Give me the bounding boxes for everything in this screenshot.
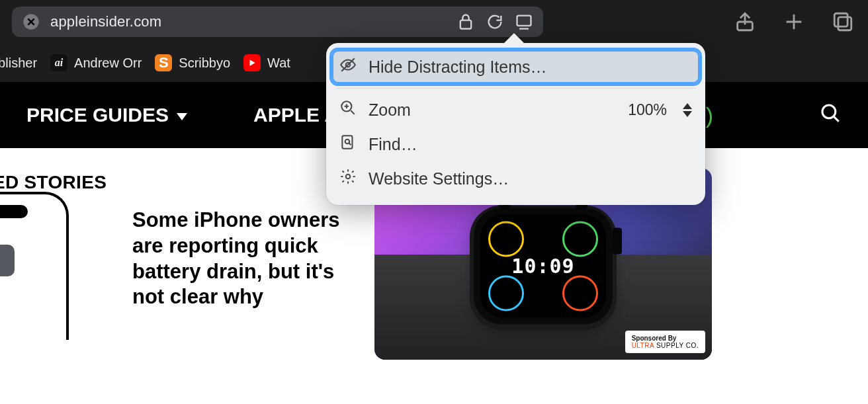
share-icon[interactable] — [732, 9, 758, 35]
watch-time: 10:09 — [511, 255, 574, 278]
gear-icon — [339, 168, 357, 189]
separator — [335, 88, 696, 89]
bookmark-label: Scribbyo — [179, 56, 230, 71]
chevron-down-icon — [177, 113, 187, 120]
lock-icon — [456, 12, 476, 32]
svg-point-6 — [822, 104, 836, 118]
story-thumbnail — [0, 208, 99, 340]
eye-slash-icon — [339, 56, 357, 77]
menu-find[interactable]: Find… — [331, 127, 700, 161]
favicon-andrew-orr: ai — [50, 54, 67, 71]
new-tab-icon[interactable] — [781, 9, 807, 35]
bookmark-item[interactable]: S Scribbyo — [155, 54, 230, 71]
menu-label: Zoom — [369, 101, 616, 120]
bookmark-item[interactable]: Wat — [243, 54, 290, 71]
nav-label: PRICE GUIDES — [26, 104, 169, 126]
browser-toolbar: appleinsider.com — [0, 0, 868, 44]
phone-illustration — [0, 192, 69, 340]
svg-rect-9 — [342, 136, 352, 149]
menu-label: Website Settings… — [369, 169, 692, 188]
watch-illustration: 10:09 — [474, 208, 613, 325]
menu-zoom[interactable]: Zoom 100% — [331, 93, 700, 127]
reload-icon[interactable] — [485, 12, 505, 32]
sponsor-badge: Sponsored By ULTRA SUPPLY CO. — [625, 331, 705, 353]
sponsor-label: Sponsored By — [632, 335, 699, 342]
svg-point-11 — [346, 175, 351, 179]
svg-rect-4 — [834, 13, 847, 26]
close-tab-icon[interactable] — [21, 12, 41, 32]
bookmark-label: ublisher — [0, 56, 37, 71]
favicon-youtube — [243, 54, 261, 71]
menu-label: Find… — [369, 135, 692, 154]
bookmark-item[interactable]: ublisher — [0, 56, 37, 71]
story-headline: Some iPhone owners are reporting quick b… — [132, 208, 357, 310]
bookmark-label: Wat — [267, 56, 290, 71]
featured-story[interactable]: Some iPhone owners are reporting quick b… — [0, 208, 357, 340]
page-settings-popover: Hide Distracting Items… Zoom 100% Find… … — [326, 43, 705, 205]
page-settings-icon[interactable] — [514, 12, 534, 32]
menu-hide-distracting-items[interactable]: Hide Distracting Items… — [331, 50, 700, 84]
favicon-scribbyo: S — [155, 54, 172, 71]
search-icon[interactable] — [819, 102, 842, 129]
trailing-paren: ) — [706, 102, 713, 128]
nav-price-guides[interactable]: PRICE GUIDES — [26, 104, 187, 126]
menu-website-settings[interactable]: Website Settings… — [331, 161, 700, 196]
address-bar[interactable]: appleinsider.com — [12, 7, 543, 37]
bookmark-label: Andrew Orr — [74, 56, 142, 71]
svg-rect-2 — [517, 16, 531, 26]
stepper-icon[interactable] — [683, 103, 692, 117]
tab-overview-icon[interactable] — [830, 9, 856, 35]
bookmark-item[interactable]: ai Andrew Orr — [50, 54, 142, 71]
svg-rect-1 — [460, 20, 471, 29]
address-url: appleinsider.com — [50, 13, 447, 30]
section-heading: URED STORIES — [0, 172, 107, 193]
menu-label: Hide Distracting Items… — [369, 58, 692, 77]
find-icon — [339, 134, 357, 155]
svg-rect-5 — [838, 17, 851, 30]
zoom-icon — [339, 99, 357, 120]
zoom-value: 100% — [628, 101, 667, 119]
